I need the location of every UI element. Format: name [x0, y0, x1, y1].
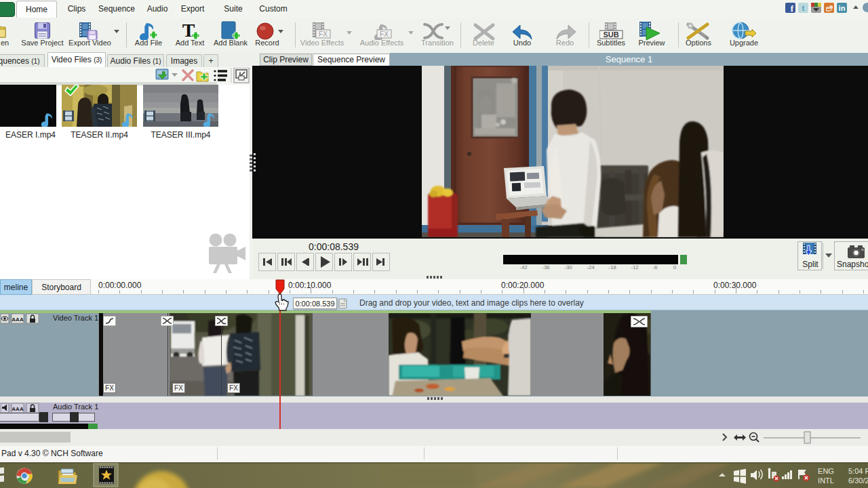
- svg-text:-6: -6: [652, 264, 658, 270]
- svg-text:in: in: [839, 4, 846, 12]
- svg-text:f: f: [791, 3, 794, 14]
- svg-text:SUB: SUB: [603, 30, 618, 39]
- svg-text:-30: -30: [564, 264, 572, 270]
- svg-text:0: 0: [673, 264, 677, 270]
- svg-text:6/30/2: 6/30/2: [848, 476, 868, 485]
- svg-text:-42: -42: [519, 264, 528, 270]
- svg-text:INTL: INTL: [818, 476, 834, 485]
- svg-text:-18: -18: [608, 264, 616, 270]
- svg-text:AAA: AAA: [12, 406, 24, 412]
- svg-text:t: t: [802, 3, 805, 13]
- svg-text:AAA: AAA: [12, 317, 24, 323]
- svg-text:-24: -24: [587, 264, 595, 270]
- svg-text:-12: -12: [631, 264, 639, 270]
- svg-text:-36: -36: [542, 264, 550, 270]
- svg-text:5:04 P: 5:04 P: [848, 467, 868, 475]
- svg-text:FX: FX: [380, 30, 389, 38]
- svg-text:FX: FX: [319, 30, 328, 38]
- svg-text:ENG: ENG: [818, 467, 834, 475]
